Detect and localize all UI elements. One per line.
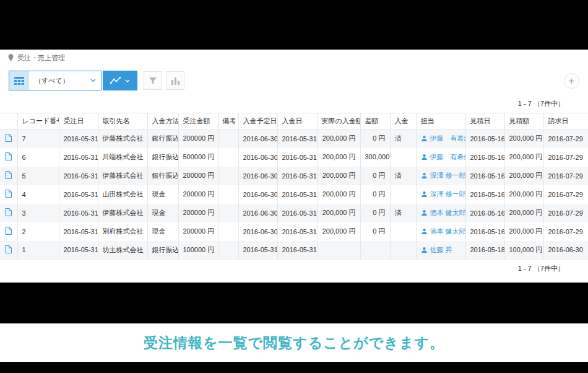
column-header-payment-due-date[interactable]: 入金予定日: [238, 113, 277, 129]
table-row: 12016-05-31坊主株式会社銀行振込100000 円2016-05-312…: [0, 241, 588, 260]
person-icon: [421, 247, 428, 253]
cell-actual-payment: 200,000 円: [317, 222, 360, 241]
cell-payment-due-date: 2016-06-30: [238, 129, 277, 148]
document-icon[interactable]: [5, 245, 12, 253]
cell-payment-method: 銀行振込: [147, 148, 178, 167]
column-header-estimate-date[interactable]: 見積日: [465, 113, 504, 129]
column-header-order-date[interactable]: 受注日: [59, 113, 98, 129]
cell-order-date: 2016-05-31: [59, 129, 98, 148]
cell-estimate-amount: 200,000 円: [504, 204, 543, 222]
cell-payment-method: 現金: [147, 204, 178, 222]
cell-estimate-amount: 200,000 円: [504, 129, 543, 148]
column-header-note[interactable]: 備考: [218, 113, 238, 129]
person-icon: [421, 154, 428, 160]
app-window: 受注・売上管理 （すべて）: [0, 50, 588, 283]
person-icon: [421, 135, 428, 142]
cell-note: [218, 204, 238, 222]
cell-note: [218, 222, 238, 241]
view-selector[interactable]: （すべて）: [9, 71, 102, 90]
assignee-link[interactable]: 伊藤 有希絵: [430, 134, 466, 143]
graph-button[interactable]: [103, 71, 137, 90]
column-header-actual-payment[interactable]: 実際の入金額: [317, 113, 360, 129]
cell-payment-method: 銀行振込: [147, 241, 178, 260]
column-header-payment-date[interactable]: 入金日: [277, 113, 317, 129]
column-header-estimate-amount[interactable]: 見積額: [504, 113, 543, 129]
document-icon[interactable]: [5, 190, 12, 198]
cell-actual-payment: 200,000 円: [317, 148, 360, 167]
cell-actual-payment: 200,000 円: [317, 167, 360, 185]
cell-payment-date: 2016-05-31: [277, 167, 317, 185]
cell-order-amount: 200000 円: [178, 204, 218, 222]
cell-estimate-date: 2016-05-16: [465, 222, 504, 241]
document-icon[interactable]: [5, 208, 12, 216]
cell-estimate-date: 2016-05-18: [465, 241, 504, 260]
assignee-link[interactable]: 酒本 健太郎: [430, 208, 466, 217]
chevron-down-icon: [125, 79, 130, 82]
cell-actual-payment: [317, 241, 360, 260]
cell-order-amount: 500000 円: [178, 148, 218, 167]
table-row: 22016-05-31別府株式会社現金200000 円2016-06-30201…: [0, 222, 588, 241]
add-record-button[interactable]: +: [564, 73, 579, 89]
cell-client-name: 伊藤株式会社: [98, 167, 147, 185]
person-icon: [421, 172, 428, 179]
cell-payment-due-date: 2016-06-30: [238, 148, 277, 167]
column-header-record-number[interactable]: レコード番号: [17, 113, 59, 129]
document-icon[interactable]: [5, 227, 12, 235]
cell-difference: 300,000 円: [360, 148, 390, 167]
cell-client-name: 山田株式会社: [98, 185, 147, 204]
cell-client-name: 伊藤株式会社: [98, 204, 147, 222]
cell-assignee: 深澤 修一郎: [416, 167, 465, 185]
cell-difference: [360, 241, 390, 260]
cell-difference: 0 円: [360, 129, 390, 148]
cell-payment-date: 2016-05-31: [277, 148, 317, 167]
column-header-client-name[interactable]: 取引先名: [98, 113, 147, 129]
cell-paid-status: 済: [390, 167, 416, 185]
document-icon[interactable]: [5, 134, 12, 142]
cell-estimate-date: 2016-05-16: [465, 204, 504, 222]
cell-invoice-date: 2016-07-29: [543, 185, 588, 204]
column-header-difference[interactable]: 差額: [360, 113, 390, 129]
chart-button[interactable]: [166, 71, 184, 90]
column-header-order-amount[interactable]: 受注金額: [178, 113, 218, 129]
caption-text: 受注情報を一覧で閲覧することができます。: [144, 333, 444, 353]
cell-payment-method: 銀行振込: [147, 129, 178, 148]
cell-record-icon: [0, 148, 17, 167]
funnel-icon: [149, 77, 157, 85]
cell-payment-method: 銀行振込: [147, 167, 178, 185]
cell-payment-date: 2016-05-31: [277, 222, 317, 241]
assignee-link[interactable]: 深澤 修一郎: [430, 171, 466, 180]
cell-estimate-date: 2016-05-16: [465, 129, 504, 148]
column-header-paid-status[interactable]: 入金: [390, 113, 416, 129]
column-header-payment-method[interactable]: 入金方法: [147, 113, 178, 129]
cell-payment-due-date: 2016-06-30: [238, 167, 277, 185]
pagination-top[interactable]: 1 - 7 （7件中）: [0, 99, 588, 108]
cell-client-name: 川端株式会社: [98, 148, 147, 167]
cell-paid-status: [390, 185, 416, 204]
cell-invoice-date: 2016-07-29: [543, 129, 588, 148]
assignee-link[interactable]: 深澤 修一郎: [430, 190, 466, 199]
cell-note: [218, 241, 238, 260]
document-icon[interactable]: [5, 152, 12, 160]
column-header-invoice-date[interactable]: 請求日: [543, 113, 588, 129]
cell-invoice-date: 2016-06-30: [543, 241, 588, 260]
records-table: レコード番号受注日取引先名入金方法受注金額備考入金予定日入金日実際の入金額差額入…: [0, 113, 588, 260]
column-header-assignee[interactable]: 担当: [416, 113, 465, 129]
table-grid-icon[interactable]: [9, 71, 29, 90]
cell-payment-due-date: 2016-06-30: [238, 204, 277, 222]
pagination-bottom[interactable]: 1 - 7 （7件中）: [0, 264, 588, 273]
assignee-link[interactable]: 伊藤 有希絵: [430, 152, 466, 162]
breadcrumb[interactable]: 受注・売上管理: [0, 50, 588, 66]
cell-estimate-date: 2016-05-16: [465, 148, 504, 167]
cell-estimate-amount: 200,000 円: [504, 148, 543, 167]
cell-record-icon: [0, 167, 17, 185]
header-row: レコード番号受注日取引先名入金方法受注金額備考入金予定日入金日実際の入金額差額入…: [0, 113, 588, 129]
filter-button[interactable]: [144, 71, 162, 90]
cell-client-name: 伊藤株式会社: [98, 129, 147, 148]
assignee-link[interactable]: 佐藤 昇: [430, 245, 452, 255]
cell-order-date: 2016-05-31: [59, 148, 98, 167]
pin-icon: [8, 54, 14, 61]
assignee-link[interactable]: 酒本 健太郎: [430, 227, 466, 236]
cell-assignee: 佐藤 昇: [416, 241, 465, 260]
cell-estimate-amount: 200,000 円: [504, 167, 543, 185]
document-icon[interactable]: [5, 171, 12, 179]
